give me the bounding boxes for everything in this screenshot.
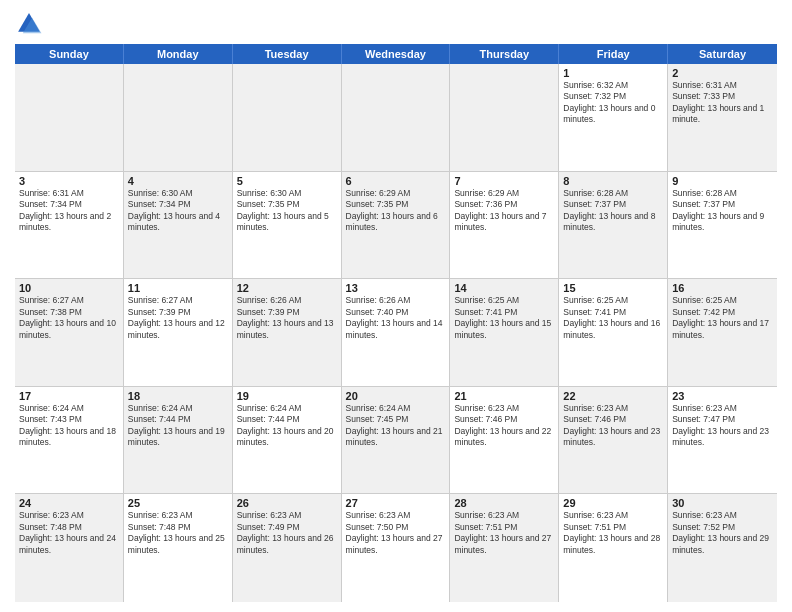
calendar-cell-1-6: 1Sunrise: 6:32 AM Sunset: 7:32 PM Daylig…	[559, 64, 668, 171]
logo	[15, 10, 47, 38]
calendar-cell-5-7: 30Sunrise: 6:23 AM Sunset: 7:52 PM Dayli…	[668, 494, 777, 602]
calendar-cell-3-7: 16Sunrise: 6:25 AM Sunset: 7:42 PM Dayli…	[668, 279, 777, 386]
calendar-cell-1-2	[124, 64, 233, 171]
header	[15, 10, 777, 38]
calendar-row-3: 10Sunrise: 6:27 AM Sunset: 7:38 PM Dayli…	[15, 279, 777, 387]
cell-info: Sunrise: 6:27 AM Sunset: 7:38 PM Dayligh…	[19, 295, 119, 341]
calendar-cell-4-6: 22Sunrise: 6:23 AM Sunset: 7:46 PM Dayli…	[559, 387, 668, 494]
header-day-friday: Friday	[559, 44, 668, 64]
calendar-cell-3-4: 13Sunrise: 6:26 AM Sunset: 7:40 PM Dayli…	[342, 279, 451, 386]
day-number: 3	[19, 175, 119, 187]
calendar-cell-2-3: 5Sunrise: 6:30 AM Sunset: 7:35 PM Daylig…	[233, 172, 342, 279]
calendar-row-2: 3Sunrise: 6:31 AM Sunset: 7:34 PM Daylig…	[15, 172, 777, 280]
page: SundayMondayTuesdayWednesdayThursdayFrid…	[0, 0, 792, 612]
day-number: 24	[19, 497, 119, 509]
header-day-saturday: Saturday	[668, 44, 777, 64]
calendar-cell-2-2: 4Sunrise: 6:30 AM Sunset: 7:34 PM Daylig…	[124, 172, 233, 279]
calendar-cell-4-3: 19Sunrise: 6:24 AM Sunset: 7:44 PM Dayli…	[233, 387, 342, 494]
day-number: 9	[672, 175, 773, 187]
day-number: 11	[128, 282, 228, 294]
calendar-cell-3-3: 12Sunrise: 6:26 AM Sunset: 7:39 PM Dayli…	[233, 279, 342, 386]
calendar-cell-1-5	[450, 64, 559, 171]
day-number: 5	[237, 175, 337, 187]
calendar-cell-1-3	[233, 64, 342, 171]
cell-info: Sunrise: 6:27 AM Sunset: 7:39 PM Dayligh…	[128, 295, 228, 341]
day-number: 27	[346, 497, 446, 509]
cell-info: Sunrise: 6:32 AM Sunset: 7:32 PM Dayligh…	[563, 80, 663, 126]
day-number: 16	[672, 282, 773, 294]
header-day-tuesday: Tuesday	[233, 44, 342, 64]
calendar-cell-2-7: 9Sunrise: 6:28 AM Sunset: 7:37 PM Daylig…	[668, 172, 777, 279]
header-day-thursday: Thursday	[450, 44, 559, 64]
calendar-cell-4-4: 20Sunrise: 6:24 AM Sunset: 7:45 PM Dayli…	[342, 387, 451, 494]
calendar-cell-5-2: 25Sunrise: 6:23 AM Sunset: 7:48 PM Dayli…	[124, 494, 233, 602]
cell-info: Sunrise: 6:26 AM Sunset: 7:40 PM Dayligh…	[346, 295, 446, 341]
calendar-cell-4-5: 21Sunrise: 6:23 AM Sunset: 7:46 PM Dayli…	[450, 387, 559, 494]
day-number: 2	[672, 67, 773, 79]
cell-info: Sunrise: 6:24 AM Sunset: 7:45 PM Dayligh…	[346, 403, 446, 449]
day-number: 25	[128, 497, 228, 509]
cell-info: Sunrise: 6:24 AM Sunset: 7:44 PM Dayligh…	[128, 403, 228, 449]
cell-info: Sunrise: 6:23 AM Sunset: 7:52 PM Dayligh…	[672, 510, 773, 556]
calendar-cell-4-1: 17Sunrise: 6:24 AM Sunset: 7:43 PM Dayli…	[15, 387, 124, 494]
cell-info: Sunrise: 6:23 AM Sunset: 7:47 PM Dayligh…	[672, 403, 773, 449]
day-number: 1	[563, 67, 663, 79]
calendar-cell-3-6: 15Sunrise: 6:25 AM Sunset: 7:41 PM Dayli…	[559, 279, 668, 386]
cell-info: Sunrise: 6:23 AM Sunset: 7:46 PM Dayligh…	[454, 403, 554, 449]
cell-info: Sunrise: 6:25 AM Sunset: 7:42 PM Dayligh…	[672, 295, 773, 341]
cell-info: Sunrise: 6:30 AM Sunset: 7:35 PM Dayligh…	[237, 188, 337, 234]
cell-info: Sunrise: 6:31 AM Sunset: 7:33 PM Dayligh…	[672, 80, 773, 126]
cell-info: Sunrise: 6:23 AM Sunset: 7:49 PM Dayligh…	[237, 510, 337, 556]
calendar-cell-3-5: 14Sunrise: 6:25 AM Sunset: 7:41 PM Dayli…	[450, 279, 559, 386]
calendar-cell-1-7: 2Sunrise: 6:31 AM Sunset: 7:33 PM Daylig…	[668, 64, 777, 171]
day-number: 14	[454, 282, 554, 294]
calendar-cell-2-1: 3Sunrise: 6:31 AM Sunset: 7:34 PM Daylig…	[15, 172, 124, 279]
cell-info: Sunrise: 6:23 AM Sunset: 7:51 PM Dayligh…	[454, 510, 554, 556]
calendar: SundayMondayTuesdayWednesdayThursdayFrid…	[15, 44, 777, 602]
cell-info: Sunrise: 6:28 AM Sunset: 7:37 PM Dayligh…	[672, 188, 773, 234]
cell-info: Sunrise: 6:29 AM Sunset: 7:35 PM Dayligh…	[346, 188, 446, 234]
calendar-cell-5-1: 24Sunrise: 6:23 AM Sunset: 7:48 PM Dayli…	[15, 494, 124, 602]
calendar-cell-2-5: 7Sunrise: 6:29 AM Sunset: 7:36 PM Daylig…	[450, 172, 559, 279]
day-number: 4	[128, 175, 228, 187]
cell-info: Sunrise: 6:23 AM Sunset: 7:50 PM Dayligh…	[346, 510, 446, 556]
cell-info: Sunrise: 6:25 AM Sunset: 7:41 PM Dayligh…	[454, 295, 554, 341]
day-number: 8	[563, 175, 663, 187]
cell-info: Sunrise: 6:23 AM Sunset: 7:51 PM Dayligh…	[563, 510, 663, 556]
calendar-body: 1Sunrise: 6:32 AM Sunset: 7:32 PM Daylig…	[15, 64, 777, 602]
cell-info: Sunrise: 6:29 AM Sunset: 7:36 PM Dayligh…	[454, 188, 554, 234]
header-day-wednesday: Wednesday	[342, 44, 451, 64]
day-number: 26	[237, 497, 337, 509]
calendar-cell-3-1: 10Sunrise: 6:27 AM Sunset: 7:38 PM Dayli…	[15, 279, 124, 386]
calendar-cell-3-2: 11Sunrise: 6:27 AM Sunset: 7:39 PM Dayli…	[124, 279, 233, 386]
calendar-cell-2-4: 6Sunrise: 6:29 AM Sunset: 7:35 PM Daylig…	[342, 172, 451, 279]
cell-info: Sunrise: 6:26 AM Sunset: 7:39 PM Dayligh…	[237, 295, 337, 341]
day-number: 15	[563, 282, 663, 294]
logo-icon	[15, 10, 43, 38]
calendar-cell-4-2: 18Sunrise: 6:24 AM Sunset: 7:44 PM Dayli…	[124, 387, 233, 494]
calendar-cell-1-1	[15, 64, 124, 171]
calendar-header: SundayMondayTuesdayWednesdayThursdayFrid…	[15, 44, 777, 64]
day-number: 22	[563, 390, 663, 402]
cell-info: Sunrise: 6:24 AM Sunset: 7:43 PM Dayligh…	[19, 403, 119, 449]
day-number: 18	[128, 390, 228, 402]
calendar-cell-1-4	[342, 64, 451, 171]
cell-info: Sunrise: 6:30 AM Sunset: 7:34 PM Dayligh…	[128, 188, 228, 234]
calendar-cell-5-6: 29Sunrise: 6:23 AM Sunset: 7:51 PM Dayli…	[559, 494, 668, 602]
day-number: 19	[237, 390, 337, 402]
calendar-cell-5-3: 26Sunrise: 6:23 AM Sunset: 7:49 PM Dayli…	[233, 494, 342, 602]
day-number: 30	[672, 497, 773, 509]
day-number: 13	[346, 282, 446, 294]
cell-info: Sunrise: 6:23 AM Sunset: 7:48 PM Dayligh…	[19, 510, 119, 556]
header-day-sunday: Sunday	[15, 44, 124, 64]
day-number: 12	[237, 282, 337, 294]
calendar-row-5: 24Sunrise: 6:23 AM Sunset: 7:48 PM Dayli…	[15, 494, 777, 602]
cell-info: Sunrise: 6:31 AM Sunset: 7:34 PM Dayligh…	[19, 188, 119, 234]
cell-info: Sunrise: 6:24 AM Sunset: 7:44 PM Dayligh…	[237, 403, 337, 449]
day-number: 6	[346, 175, 446, 187]
cell-info: Sunrise: 6:23 AM Sunset: 7:46 PM Dayligh…	[563, 403, 663, 449]
calendar-cell-5-4: 27Sunrise: 6:23 AM Sunset: 7:50 PM Dayli…	[342, 494, 451, 602]
day-number: 10	[19, 282, 119, 294]
calendar-row-4: 17Sunrise: 6:24 AM Sunset: 7:43 PM Dayli…	[15, 387, 777, 495]
cell-info: Sunrise: 6:25 AM Sunset: 7:41 PM Dayligh…	[563, 295, 663, 341]
